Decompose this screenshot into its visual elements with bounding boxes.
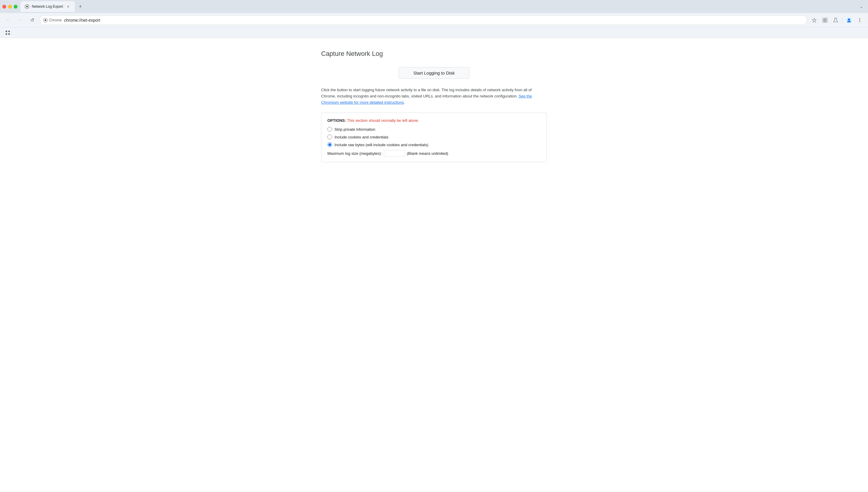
radio-strip-private[interactable] (327, 127, 332, 131)
nav-right-buttons (810, 16, 864, 25)
page-content: Capture Network Log Start Logging to Dis… (0, 38, 868, 491)
options-label: OPTIONS: (327, 118, 346, 123)
svg-point-3 (45, 19, 46, 21)
nav-bar: ← → ↺ Chrome chrome://net-export (0, 13, 868, 27)
apps-grid-icon (5, 30, 10, 35)
close-window-button[interactable] (2, 5, 6, 8)
bookmark-star-button[interactable] (810, 16, 819, 25)
svg-rect-5 (825, 18, 827, 20)
options-box: OPTIONS: This section should normally be… (321, 113, 547, 162)
tab-bar: Network Log Export × + (21, 1, 84, 12)
profile-avatar-button[interactable] (844, 16, 854, 25)
lab-flask-button[interactable] (831, 16, 840, 25)
tab-right-area: ⌄ (857, 2, 866, 11)
address-bar[interactable]: Chrome chrome://net-export (39, 16, 807, 25)
tab-title-label: Network Log Export (32, 4, 63, 8)
svg-rect-17 (8, 33, 10, 35)
page-title: Capture Network Log (321, 50, 383, 58)
description-text: Click the button to start logging future… (321, 87, 547, 105)
radio-include-raw-bytes-label: Include raw bytes (will include cookies … (334, 143, 428, 147)
svg-point-1 (26, 6, 28, 7)
max-size-row: Maximum log size (megabytes): (Blank mea… (327, 150, 541, 156)
star-icon (812, 18, 817, 23)
description-suffix: . (404, 100, 405, 104)
traffic-lights (2, 5, 18, 8)
address-url-text: chrome://net-export (64, 18, 803, 23)
back-button[interactable]: ← (4, 16, 13, 25)
forward-button[interactable]: → (16, 16, 25, 25)
minimize-window-button[interactable] (8, 5, 12, 8)
options-warning: This section should normally be left alo… (347, 118, 419, 123)
svg-point-11 (860, 18, 860, 19)
active-tab[interactable]: Network Log Export × (21, 1, 75, 12)
svg-point-10 (848, 19, 850, 21)
extension-puzzle-button[interactable] (820, 16, 830, 25)
start-logging-button[interactable]: Start Logging to Disk (399, 67, 469, 79)
option-row-2: Include cookies and credentials (327, 134, 541, 139)
svg-rect-14 (6, 31, 7, 32)
svg-rect-6 (823, 21, 825, 22)
browser-name-label: Chrome (49, 18, 62, 22)
svg-rect-15 (8, 31, 10, 32)
option-row-1: Strip private information (327, 127, 541, 131)
new-tab-button[interactable]: + (76, 2, 84, 11)
option-row-3: Include raw bytes (will include cookies … (327, 142, 541, 147)
address-favicon-area: Chrome (43, 18, 62, 23)
max-size-hint: (Blank means unlimited) (407, 151, 448, 156)
title-bar: Network Log Export × + ⌄ (0, 0, 868, 13)
options-header: OPTIONS: This section should normally be… (327, 118, 541, 123)
radio-include-raw-bytes[interactable] (327, 142, 332, 147)
tab-menu-button[interactable]: ⌄ (857, 2, 866, 11)
maximize-window-button[interactable] (14, 5, 18, 8)
svg-point-13 (860, 21, 860, 22)
svg-rect-7 (825, 21, 827, 22)
svg-rect-4 (823, 18, 825, 20)
flask-icon (833, 18, 838, 23)
tab-close-button[interactable]: × (65, 4, 71, 9)
chrome-menu-button[interactable] (855, 16, 864, 25)
extensions-icon (822, 18, 827, 23)
bookmarks-bar (0, 27, 868, 38)
radio-include-cookies[interactable] (327, 134, 332, 139)
avatar-icon (846, 17, 852, 23)
description-body: Click the button to start logging future… (321, 88, 532, 98)
max-size-label: Maximum log size (megabytes): (327, 151, 382, 156)
max-size-input[interactable] (384, 150, 405, 156)
reload-button[interactable]: ↺ (27, 16, 37, 25)
apps-grid-button[interactable] (4, 28, 12, 37)
tab-favicon-icon (25, 4, 29, 9)
radio-strip-private-label: Strip private information (334, 127, 375, 131)
svg-point-12 (860, 20, 860, 21)
svg-rect-16 (6, 33, 7, 35)
radio-include-cookies-label: Include cookies and credentials (334, 135, 388, 139)
more-vert-icon (857, 18, 862, 23)
chrome-logo-icon (43, 18, 48, 23)
